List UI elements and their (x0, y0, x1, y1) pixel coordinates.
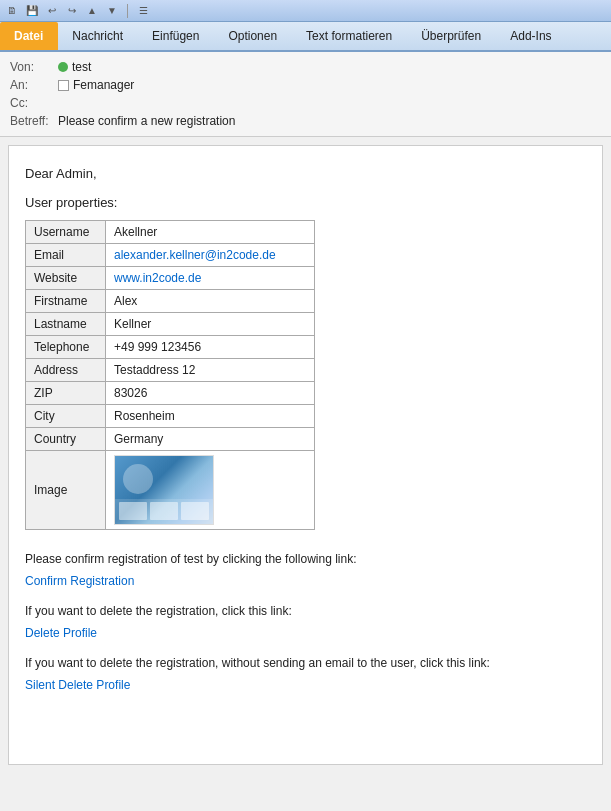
an-row: An: Femanager (10, 76, 601, 94)
value-city: Rosenheim (106, 405, 315, 428)
label-image: Image (26, 451, 106, 530)
betreff-row: Betreff: Please confirm a new registrati… (10, 112, 601, 130)
tab-uberpruefen[interactable]: Überprüfen (407, 22, 496, 50)
value-email: alexander.kellner@in2code.de (106, 244, 315, 267)
value-website: www.in2code.de (106, 267, 315, 290)
img-block-2 (150, 502, 178, 520)
label-address: Address (26, 359, 106, 382)
label-firstname: Firstname (26, 290, 106, 313)
tab-nachricht[interactable]: Nachricht (58, 22, 138, 50)
cc-row: Cc: (10, 94, 601, 112)
delete-profile-link[interactable]: Delete Profile (25, 626, 586, 640)
value-zip: 83026 (106, 382, 315, 405)
up-icon[interactable]: ▲ (84, 3, 100, 19)
titlebar: 🗎 💾 ↩ ↪ ▲ ▼ ☰ (0, 0, 611, 22)
website-link[interactable]: www.in2code.de (114, 271, 201, 285)
label-country: Country (26, 428, 106, 451)
silent-delete-profile-link[interactable]: Silent Delete Profile (25, 678, 586, 692)
email-header: Von: test An: Femanager Cc: Betreff: Ple… (0, 52, 611, 137)
menu-icon[interactable]: ☰ (135, 3, 151, 19)
silent-delete-text: If you want to delete the registration, … (25, 654, 586, 672)
table-row-image: Image (26, 451, 315, 530)
betreff-label: Betreff: (10, 114, 58, 128)
img-block-1 (119, 502, 147, 520)
tab-addins[interactable]: Add-Ins (496, 22, 566, 50)
table-row: Email alexander.kellner@in2code.de (26, 244, 315, 267)
ribbon: Datei Nachricht Einfügen Optionen Text f… (0, 22, 611, 52)
tab-datei[interactable]: Datei (0, 22, 58, 50)
tab-optionen[interactable]: Optionen (214, 22, 292, 50)
value-lastname: Kellner (106, 313, 315, 336)
redo-icon[interactable]: ↪ (64, 3, 80, 19)
table-row: Username Akellner (26, 221, 315, 244)
value-telephone: +49 999 123456 (106, 336, 315, 359)
label-lastname: Lastname (26, 313, 106, 336)
table-row: Lastname Kellner (26, 313, 315, 336)
an-label: An: (10, 78, 58, 92)
img-block-3 (181, 502, 209, 520)
file-icon[interactable]: 🗎 (4, 3, 20, 19)
content-area: Dear Admin, User properties: Username Ak… (8, 145, 603, 765)
table-row: Country Germany (26, 428, 315, 451)
confirm-registration-link[interactable]: Confirm Registration (25, 574, 586, 588)
von-value: test (58, 60, 91, 74)
cc-label: Cc: (10, 96, 58, 110)
ribbon-tabs: Datei Nachricht Einfügen Optionen Text f… (0, 22, 611, 50)
image-preview (114, 455, 214, 525)
save-icon[interactable]: 💾 (24, 3, 40, 19)
titlebar-icons: 🗎 💾 ↩ ↪ ▲ ▼ ☰ (4, 3, 151, 19)
value-image (106, 451, 315, 530)
undo-icon[interactable]: ↩ (44, 3, 60, 19)
label-email: Email (26, 244, 106, 267)
betreff-value: Please confirm a new registration (58, 114, 235, 128)
table-row: Website www.in2code.de (26, 267, 315, 290)
table-row: ZIP 83026 (26, 382, 315, 405)
label-zip: ZIP (26, 382, 106, 405)
von-row: Von: test (10, 58, 601, 76)
confirm-text: Please confirm registration of test by c… (25, 550, 586, 568)
an-value: Femanager (58, 78, 134, 92)
label-city: City (26, 405, 106, 428)
label-website: Website (26, 267, 106, 290)
table-row: Address Testaddress 12 (26, 359, 315, 382)
table-row: City Rosenheim (26, 405, 315, 428)
value-username: Akellner (106, 221, 315, 244)
value-address: Testaddress 12 (106, 359, 315, 382)
image-overlay (119, 502, 209, 520)
status-dot (58, 62, 68, 72)
table-row: Firstname Alex (26, 290, 315, 313)
divider (127, 4, 128, 18)
user-properties-table: Username Akellner Email alexander.kellne… (25, 220, 315, 530)
von-label: Von: (10, 60, 58, 74)
label-telephone: Telephone (26, 336, 106, 359)
value-country: Germany (106, 428, 315, 451)
email-link[interactable]: alexander.kellner@in2code.de (114, 248, 276, 262)
tab-einfuegen[interactable]: Einfügen (138, 22, 214, 50)
value-firstname: Alex (106, 290, 315, 313)
delete-text: If you want to delete the registration, … (25, 602, 586, 620)
tab-text-formatieren[interactable]: Text formatieren (292, 22, 407, 50)
label-username: Username (26, 221, 106, 244)
table-row: Telephone +49 999 123456 (26, 336, 315, 359)
down-icon[interactable]: ▼ (104, 3, 120, 19)
greeting: Dear Admin, (25, 166, 586, 181)
section-title: User properties: (25, 195, 586, 210)
an-checkbox[interactable] (58, 80, 69, 91)
